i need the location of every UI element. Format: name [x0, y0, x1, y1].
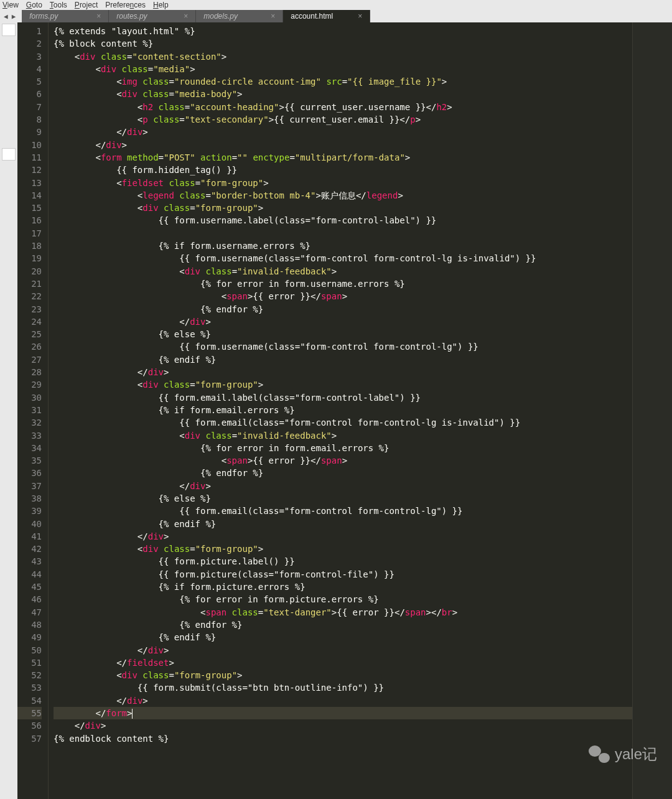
tab-label: forms.py — [29, 12, 58, 21]
tab-account[interactable]: account.html × — [283, 10, 370, 22]
tab-label: account.html — [291, 12, 333, 21]
tab-label: models.py — [203, 12, 238, 21]
watermark: yale记 — [589, 744, 657, 764]
close-icon[interactable]: × — [271, 12, 275, 21]
close-icon[interactable]: × — [358, 12, 362, 21]
tab-models[interactable]: models.py × — [196, 10, 283, 22]
close-icon[interactable]: × — [96, 12, 101, 21]
close-icon[interactable]: × — [184, 12, 188, 21]
watermark-text: yale记 — [615, 744, 657, 764]
tabs: forms.py × routes.py × models.py × accou… — [22, 10, 672, 22]
tab-routes[interactable]: routes.py × — [109, 10, 196, 22]
fold-region[interactable] — [2, 24, 16, 36]
menu-preferences[interactable]: Preferences — [105, 1, 146, 9]
minimap[interactable] — [632, 22, 672, 799]
menu-goto[interactable]: Goto — [26, 1, 42, 9]
code-area[interactable]: {% extends "layout.html" %}{% block cont… — [49, 22, 632, 799]
tab-forms[interactable]: forms.py × — [22, 10, 109, 22]
menu-view[interactable]: View — [2, 1, 19, 9]
editor: 1234567891011121314151617181920212223242… — [0, 22, 672, 799]
back-icon[interactable]: ◀ — [2, 12, 9, 21]
fold-region[interactable] — [2, 148, 16, 161]
wechat-icon — [589, 745, 610, 763]
history-nav: ◀ ▶ — [2, 10, 17, 22]
tab-row: ◀ ▶ forms.py × routes.py × models.py × a… — [0, 10, 672, 22]
menu-help[interactable]: Help — [153, 1, 169, 9]
left-sidebar — [0, 22, 17, 799]
minimap-viewport[interactable] — [633, 22, 672, 799]
line-number-gutter[interactable]: 1234567891011121314151617181920212223242… — [17, 22, 49, 799]
tab-label: routes.py — [116, 12, 147, 21]
forward-icon[interactable]: ▶ — [11, 12, 17, 21]
menu-project[interactable]: Project — [75, 1, 98, 9]
menu-bar: View Goto Tools Project Preferences Help — [0, 0, 672, 10]
menu-tools[interactable]: Tools — [50, 1, 67, 9]
